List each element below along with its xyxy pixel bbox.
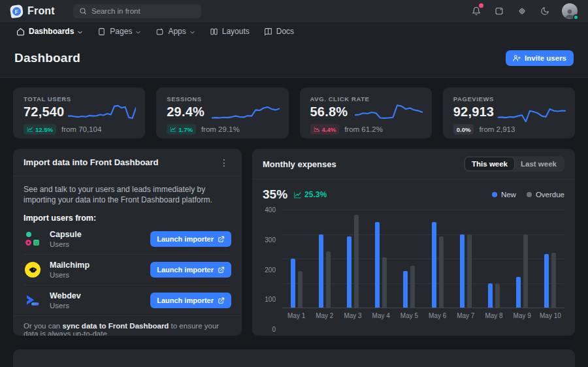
tab-last-week[interactable]: Last week [514,157,563,170]
bar-new-may-2 [319,234,323,308]
browser-window-icon [495,7,504,16]
import-type: Users [50,240,82,249]
import-name: Mailchimp [50,261,90,270]
stats-row: Total users 72,540 12.5% from 70,104 Ses… [13,88,575,138]
nav-label: Pages [110,27,132,36]
notification-dot [479,3,483,8]
book-icon [264,27,272,36]
bell-icon [472,7,481,16]
chart-y-axis: 0100200300400 [263,210,282,329]
import-row-webdev: Webdev Users Launch importer [24,285,231,315]
brand-name: Front [27,5,55,17]
bar-overdue-may-2 [326,251,331,308]
bar-new-may-5 [403,271,408,308]
nav-item-dashboards[interactable]: Dashboards [10,22,89,40]
chevron-down-icon [77,29,83,35]
stat-card-pageviews: Pageviews 92,913 0.0% from 2,913 [443,88,575,138]
x-tick-label: May 10 [536,312,564,319]
x-tick-label: May 9 [508,312,536,319]
theme-toggle-button[interactable] [536,3,553,20]
bar-overdue-may-4 [382,257,387,308]
delta-value: 12.5% [35,126,53,133]
launch-importer-button[interactable]: Launch importer [150,293,231,308]
x-tick-label: May 5 [395,312,423,319]
capsule-logo-icon [24,230,42,248]
bar-new-may-7 [460,234,465,308]
delta-badge: 4.4% [310,124,340,135]
expenses-delta-value: 25.3% [304,190,327,199]
nav-item-layouts[interactable]: Layouts [204,22,255,40]
bar-new-may-4 [375,222,380,308]
graph-up-icon [293,191,302,199]
nav-label: Layouts [222,27,250,36]
kebab-menu-icon[interactable]: ⋮ [217,157,231,168]
nav-item-docs[interactable]: Docs [258,22,300,40]
window-stack-icon [155,27,164,36]
import-name: Capsule [50,230,82,239]
nav-label: Docs [276,27,294,36]
search-input[interactable] [91,7,195,15]
chart-x-axis: May 1May 2May 3May 4May 5May 6May 7May 8… [282,312,564,319]
global-search[interactable] [73,4,201,18]
columns-icon [210,27,218,36]
x-tick-label: May 2 [310,312,338,319]
bar-overdue-may-1 [298,271,302,308]
launch-importer-label: Launch importer [157,235,214,243]
main-content: Total users 72,540 12.5% from 70,104 Ses… [0,78,588,367]
trend-up-icon [170,126,176,133]
bar-new-may-6 [432,222,436,308]
legend-item-new[interactable]: New [492,191,516,199]
legend-label: Overdue [536,191,564,199]
brand-logo[interactable]: F Front [10,5,55,18]
notifications-button[interactable] [468,3,485,20]
house-icon [16,27,25,36]
chart-legend: New Overdue [492,191,564,199]
external-link-icon [218,297,225,304]
topbar-actions [468,3,578,20]
file-icon [97,27,106,36]
mailchimp-logo-icon [24,261,42,279]
nav-item-apps[interactable]: Apps [150,22,201,40]
bar-overdue-may-8 [495,283,500,308]
launch-importer-button[interactable]: Launch importer [150,262,231,278]
whats-new-button[interactable] [491,3,508,20]
tab-this-week[interactable]: This week [465,157,514,170]
legend-dot-new [492,192,497,197]
x-tick-label: May 8 [480,312,508,319]
import-row-mailchimp: Mailchimp Users Launch importer [24,255,231,285]
invite-users-button[interactable]: Invite users [506,50,574,66]
nav-item-pages[interactable]: Pages [91,22,147,40]
trend-down-icon [314,126,320,133]
import-name: Webdev [50,291,81,300]
account-menu[interactable] [562,3,578,19]
chevron-down-icon [135,29,141,35]
bar-overdue-may-6 [439,236,444,308]
footer-text: Or you can [24,322,62,330]
card-title: Import data into Front Dashboard [24,157,159,167]
trend-up-icon [27,126,33,133]
legend-item-overdue[interactable]: Overdue [527,191,564,199]
sparkline-chart [212,99,280,127]
page-title: Dashboard [14,51,80,65]
launch-importer-button[interactable]: Launch importer [150,231,231,247]
launch-importer-label: Launch importer [157,266,214,274]
modules-button[interactable] [514,3,531,20]
delta-value: 1.7% [178,126,193,133]
sync-data-link[interactable]: sync data to Front Dashboard [62,322,169,330]
invite-users-label: Invite users [525,54,566,62]
sparkline-chart [68,99,136,127]
import-list: Capsule Users Launch importer [24,224,231,315]
stat-card-sessions: Sessions 29.4% 1.7% from 29.1% [156,88,288,138]
card-title: Monthly expenses [263,159,336,169]
modules-icon [517,7,527,16]
import-description: See and talk to your users and leads imm… [24,184,231,205]
x-tick-label: May 7 [451,312,480,319]
expenses-value: 35% [263,187,287,202]
online-status-dot [573,14,579,20]
bar-overdue-may-7 [467,234,472,308]
webdev-logo-icon [24,291,42,310]
chevron-down-icon [189,29,195,35]
import-type: Users [50,270,90,279]
external-link-icon [218,236,225,243]
search-icon [79,7,87,15]
